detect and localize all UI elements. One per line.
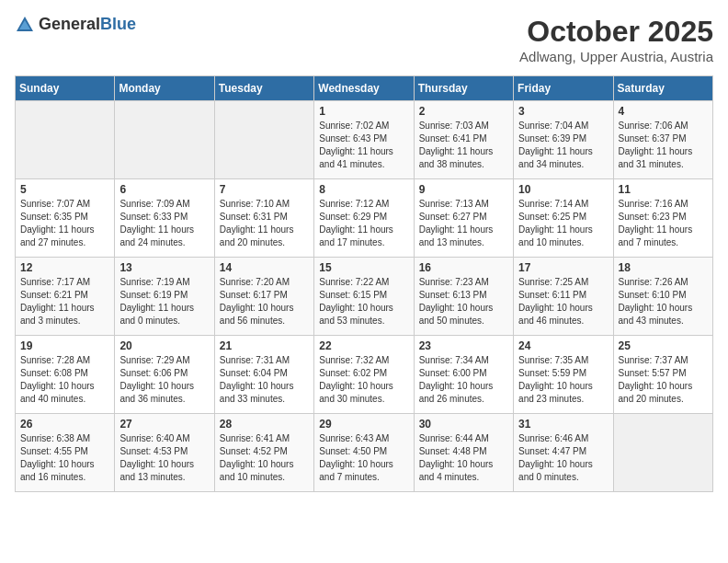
day-number: 25 xyxy=(619,339,708,352)
title-section: October 2025 Adlwang, Upper Austria, Aus… xyxy=(519,15,713,64)
day-number: 5 xyxy=(20,183,109,196)
logo-general: General xyxy=(39,15,100,33)
calendar-cell: 14Sunrise: 7:20 AM Sunset: 6:17 PM Dayli… xyxy=(214,258,313,336)
calendar-cell: 28Sunrise: 6:41 AM Sunset: 4:52 PM Dayli… xyxy=(214,414,313,492)
day-info: Sunrise: 7:16 AM Sunset: 6:23 PM Dayligh… xyxy=(619,198,708,249)
calendar-cell xyxy=(16,101,115,179)
weekday-header: Thursday xyxy=(414,76,513,101)
calendar-cell: 21Sunrise: 7:31 AM Sunset: 6:04 PM Dayli… xyxy=(214,336,313,414)
day-info: Sunrise: 6:41 AM Sunset: 4:52 PM Dayligh… xyxy=(220,432,309,484)
day-info: Sunrise: 7:02 AM Sunset: 6:43 PM Dayligh… xyxy=(319,120,408,171)
day-number: 31 xyxy=(518,418,608,431)
day-info: Sunrise: 7:04 AM Sunset: 6:39 PM Dayligh… xyxy=(518,120,608,171)
calendar-cell: 3Sunrise: 7:04 AM Sunset: 6:39 PM Daylig… xyxy=(514,101,613,179)
calendar-cell: 12Sunrise: 7:17 AM Sunset: 6:21 PM Dayli… xyxy=(16,258,115,336)
calendar-week-row: 12Sunrise: 7:17 AM Sunset: 6:21 PM Dayli… xyxy=(16,258,713,336)
day-number: 6 xyxy=(119,183,209,196)
weekday-header: Friday xyxy=(514,76,613,101)
day-number: 1 xyxy=(319,105,408,118)
day-info: Sunrise: 7:13 AM Sunset: 6:27 PM Dayligh… xyxy=(419,198,508,249)
day-number: 8 xyxy=(319,183,408,196)
calendar-cell: 13Sunrise: 7:19 AM Sunset: 6:19 PM Dayli… xyxy=(115,258,214,336)
calendar-table: SundayMondayTuesdayWednesdayThursdayFrid… xyxy=(15,75,713,492)
day-number: 12 xyxy=(20,261,109,274)
calendar-cell xyxy=(613,414,712,492)
day-info: Sunrise: 7:26 AM Sunset: 6:10 PM Dayligh… xyxy=(619,276,708,327)
day-info: Sunrise: 6:46 AM Sunset: 4:47 PM Dayligh… xyxy=(518,432,608,484)
day-number: 26 xyxy=(20,418,109,431)
day-number: 21 xyxy=(220,339,309,352)
day-info: Sunrise: 7:09 AM Sunset: 6:33 PM Dayligh… xyxy=(119,198,209,249)
day-number: 4 xyxy=(619,105,708,118)
day-number: 27 xyxy=(119,418,209,431)
day-info: Sunrise: 7:06 AM Sunset: 6:37 PM Dayligh… xyxy=(619,120,708,171)
calendar-cell: 4Sunrise: 7:06 AM Sunset: 6:37 PM Daylig… xyxy=(613,101,712,179)
weekday-header: Sunday xyxy=(16,76,115,101)
calendar-cell: 7Sunrise: 7:10 AM Sunset: 6:31 PM Daylig… xyxy=(214,179,313,258)
calendar-cell: 2Sunrise: 7:03 AM Sunset: 6:41 PM Daylig… xyxy=(414,101,513,179)
day-info: Sunrise: 7:19 AM Sunset: 6:19 PM Dayligh… xyxy=(119,276,209,327)
calendar-cell: 9Sunrise: 7:13 AM Sunset: 6:27 PM Daylig… xyxy=(414,179,513,258)
calendar-cell: 8Sunrise: 7:12 AM Sunset: 6:29 PM Daylig… xyxy=(314,179,414,258)
day-number: 10 xyxy=(518,183,608,196)
day-number: 7 xyxy=(220,183,309,196)
calendar-cell: 26Sunrise: 6:38 AM Sunset: 4:55 PM Dayli… xyxy=(16,414,115,492)
weekday-header: Tuesday xyxy=(214,76,313,101)
day-number: 16 xyxy=(419,261,508,274)
calendar-cell: 5Sunrise: 7:07 AM Sunset: 6:35 PM Daylig… xyxy=(16,179,115,258)
calendar-cell: 10Sunrise: 7:14 AM Sunset: 6:25 PM Dayli… xyxy=(514,179,613,258)
day-info: Sunrise: 7:29 AM Sunset: 6:06 PM Dayligh… xyxy=(119,354,209,406)
weekday-header: Saturday xyxy=(613,76,712,101)
day-info: Sunrise: 7:20 AM Sunset: 6:17 PM Dayligh… xyxy=(220,276,309,327)
calendar-week-row: 26Sunrise: 6:38 AM Sunset: 4:55 PM Dayli… xyxy=(16,414,713,492)
day-info: Sunrise: 7:14 AM Sunset: 6:25 PM Dayligh… xyxy=(518,198,608,249)
calendar-week-row: 1Sunrise: 7:02 AM Sunset: 6:43 PM Daylig… xyxy=(16,101,713,179)
day-number: 17 xyxy=(518,261,608,274)
day-info: Sunrise: 7:25 AM Sunset: 6:11 PM Dayligh… xyxy=(518,276,608,327)
day-number: 11 xyxy=(619,183,708,196)
calendar-cell: 27Sunrise: 6:40 AM Sunset: 4:53 PM Dayli… xyxy=(115,414,214,492)
calendar-cell: 18Sunrise: 7:26 AM Sunset: 6:10 PM Dayli… xyxy=(613,258,712,336)
day-number: 23 xyxy=(419,339,508,352)
calendar-cell: 29Sunrise: 6:43 AM Sunset: 4:50 PM Dayli… xyxy=(314,414,414,492)
calendar-cell: 30Sunrise: 6:44 AM Sunset: 4:48 PM Dayli… xyxy=(414,414,513,492)
day-number: 28 xyxy=(220,418,309,431)
calendar-week-row: 5Sunrise: 7:07 AM Sunset: 6:35 PM Daylig… xyxy=(16,179,713,258)
day-number: 14 xyxy=(220,261,309,274)
day-info: Sunrise: 6:43 AM Sunset: 4:50 PM Dayligh… xyxy=(319,432,408,484)
day-info: Sunrise: 7:03 AM Sunset: 6:41 PM Dayligh… xyxy=(419,120,508,171)
day-number: 3 xyxy=(518,105,608,118)
calendar-cell: 1Sunrise: 7:02 AM Sunset: 6:43 PM Daylig… xyxy=(314,101,414,179)
month-title: October 2025 xyxy=(519,15,713,49)
calendar-cell: 24Sunrise: 7:35 AM Sunset: 5:59 PM Dayli… xyxy=(514,336,613,414)
calendar-cell: 22Sunrise: 7:32 AM Sunset: 6:02 PM Dayli… xyxy=(314,336,414,414)
logo: GeneralBlue xyxy=(15,15,136,35)
day-number: 18 xyxy=(619,261,708,274)
day-info: Sunrise: 7:28 AM Sunset: 6:08 PM Dayligh… xyxy=(20,354,109,406)
calendar-cell: 6Sunrise: 7:09 AM Sunset: 6:33 PM Daylig… xyxy=(115,179,214,258)
day-number: 2 xyxy=(419,105,508,118)
calendar-cell: 19Sunrise: 7:28 AM Sunset: 6:08 PM Dayli… xyxy=(16,336,115,414)
day-number: 13 xyxy=(119,261,209,274)
day-number: 22 xyxy=(319,339,408,352)
day-info: Sunrise: 7:34 AM Sunset: 6:00 PM Dayligh… xyxy=(419,354,508,406)
logo-icon xyxy=(15,15,35,35)
day-info: Sunrise: 6:38 AM Sunset: 4:55 PM Dayligh… xyxy=(20,432,109,484)
day-number: 15 xyxy=(319,261,408,274)
calendar-week-row: 19Sunrise: 7:28 AM Sunset: 6:08 PM Dayli… xyxy=(16,336,713,414)
day-number: 24 xyxy=(518,339,608,352)
day-info: Sunrise: 7:17 AM Sunset: 6:21 PM Dayligh… xyxy=(20,276,109,327)
day-info: Sunrise: 7:10 AM Sunset: 6:31 PM Dayligh… xyxy=(220,198,309,249)
day-number: 30 xyxy=(419,418,508,431)
calendar-cell xyxy=(214,101,313,179)
day-info: Sunrise: 7:37 AM Sunset: 5:57 PM Dayligh… xyxy=(619,354,708,406)
weekday-header: Monday xyxy=(115,76,214,101)
weekday-header: Wednesday xyxy=(314,76,414,101)
weekday-header-row: SundayMondayTuesdayWednesdayThursdayFrid… xyxy=(16,76,713,101)
location-title: Adlwang, Upper Austria, Austria xyxy=(519,49,713,64)
calendar-cell: 17Sunrise: 7:25 AM Sunset: 6:11 PM Dayli… xyxy=(514,258,613,336)
day-info: Sunrise: 7:31 AM Sunset: 6:04 PM Dayligh… xyxy=(220,354,309,406)
day-info: Sunrise: 7:32 AM Sunset: 6:02 PM Dayligh… xyxy=(319,354,408,406)
calendar-cell: 15Sunrise: 7:22 AM Sunset: 6:15 PM Dayli… xyxy=(314,258,414,336)
page-header: GeneralBlue October 2025 Adlwang, Upper … xyxy=(15,15,713,64)
